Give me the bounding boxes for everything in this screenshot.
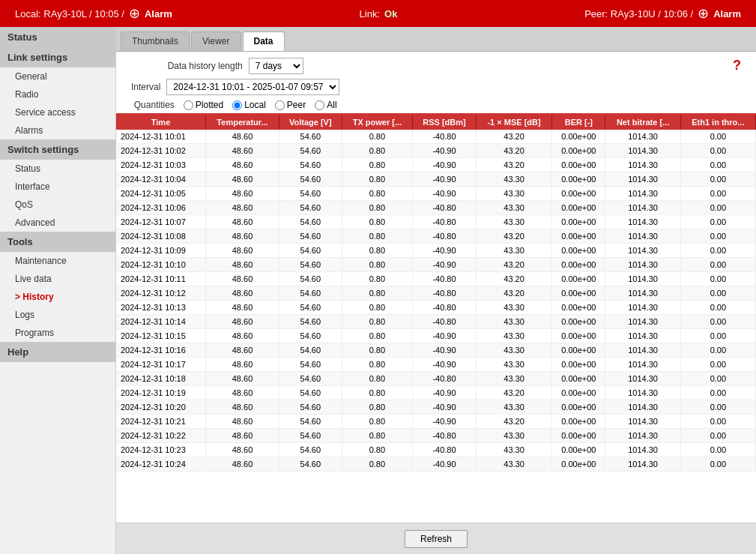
sidebar-item-service-access[interactable]: Service access [0, 103, 115, 121]
table-cell: 1014.30 [605, 343, 680, 358]
table-cell: 2024-12-31 10:07 [116, 215, 206, 229]
table-row: 2024-12-31 10:2248.6054.600.80-40.8043.3… [116, 429, 756, 443]
table-row: 2024-12-31 10:0748.6054.600.80-40.8043.3… [116, 215, 756, 229]
table-cell: 0.00e+00 [552, 386, 605, 400]
help-icon[interactable]: ? [733, 58, 741, 73]
table-cell: 0.00e+00 [552, 201, 605, 215]
table-cell: 0.80 [342, 258, 412, 272]
sidebar-link-settings-header[interactable]: Link settings [0, 47, 115, 67]
table-cell: 54.60 [279, 386, 342, 400]
sidebar-status-header[interactable]: Status [0, 27, 115, 47]
table-cell: 0.00 [680, 244, 755, 258]
sidebar-item-radio[interactable]: Radio [0, 85, 115, 103]
table-cell: 54.60 [279, 372, 342, 386]
sidebar-item-qos[interactable]: QoS [0, 196, 115, 214]
local-alarm-link[interactable]: Alarm [145, 8, 172, 19]
table-cell: 48.60 [206, 443, 279, 457]
table-cell: 48.60 [206, 315, 279, 329]
radio-local[interactable] [232, 100, 242, 110]
radio-all-label[interactable]: All [315, 100, 336, 110]
table-header-row: Time Temperatur... Voltage [V] TX power … [116, 115, 756, 130]
table-cell: -40.90 [413, 258, 477, 272]
table-cell: -40.80 [413, 130, 477, 144]
table-cell: 1014.30 [605, 244, 680, 258]
sidebar-item-interface[interactable]: Interface [0, 178, 115, 196]
peer-alarm-link[interactable]: Alarm [713, 8, 741, 19]
table-cell: 43.30 [476, 358, 551, 372]
table-cell: 48.60 [206, 400, 279, 415]
sidebar-item-switch-status[interactable]: Status [0, 160, 115, 178]
link-status[interactable]: Ok [384, 8, 397, 19]
table-cell: 54.60 [279, 144, 342, 158]
table-cell: 0.00e+00 [552, 130, 605, 144]
table-cell: 0.80 [342, 215, 412, 229]
table-row: 2024-12-31 10:1648.6054.600.80-40.9043.3… [116, 343, 756, 358]
table-cell: 0.00 [680, 130, 755, 144]
interval-row: Interval 2024-12-31 10:01 - 2025-01-07 0… [131, 79, 339, 95]
table-cell: 54.60 [279, 286, 342, 301]
sidebar-item-live-data[interactable]: Live data [0, 270, 115, 288]
table-cell: 1014.30 [605, 272, 680, 286]
table-row: 2024-12-31 10:2448.6054.600.80-40.9043.3… [116, 457, 756, 472]
sidebar-switch-settings-header[interactable]: Switch settings [0, 139, 115, 160]
table-cell: -40.80 [413, 301, 477, 315]
table-row: 2024-12-31 10:1048.6054.600.80-40.9043.2… [116, 258, 756, 272]
table-cell: 2024-12-31 10:06 [116, 201, 206, 215]
table-cell: 2024-12-31 10:12 [116, 286, 206, 301]
table-cell: 2024-12-31 10:09 [116, 244, 206, 258]
table-cell: 43.20 [476, 386, 551, 400]
table-cell: -40.80 [413, 429, 477, 443]
sidebar-tools-header[interactable]: Tools [0, 232, 115, 252]
table-cell: 43.20 [476, 415, 551, 429]
sidebar-help-header[interactable]: Help [0, 342, 115, 362]
table-cell: 2024-12-31 10:03 [116, 158, 206, 172]
radio-local-label[interactable]: Local [232, 100, 266, 110]
sidebar-item-programs[interactable]: Programs [0, 324, 115, 342]
radio-plotted-label[interactable]: Plotted [184, 100, 223, 110]
sidebar-item-history[interactable]: History [0, 288, 115, 306]
table-cell: 0.80 [342, 229, 412, 244]
sidebar-item-advanced[interactable]: Advanced [0, 214, 115, 232]
table-cell: 1014.30 [605, 358, 680, 372]
table-cell: 48.60 [206, 301, 279, 315]
table-cell: 0.80 [342, 315, 412, 329]
table-row: 2024-12-31 10:1748.6054.600.80-40.9043.3… [116, 358, 756, 372]
tab-viewer[interactable]: Viewer [191, 31, 241, 51]
col-net-bitrate: Net bitrate [... [605, 115, 680, 130]
table-cell: 2024-12-31 10:10 [116, 258, 206, 272]
refresh-button[interactable]: Refresh [405, 530, 468, 548]
table-cell: 0.00e+00 [552, 286, 605, 301]
sidebar-item-logs[interactable]: Logs [0, 306, 115, 324]
table-wrapper: Time Temperatur... Voltage [V] TX power … [116, 113, 756, 523]
sidebar-item-alarms[interactable]: Alarms [0, 121, 115, 139]
quantities-row: Quantities Plotted Local Peer [134, 100, 337, 110]
table-cell: 1014.30 [605, 144, 680, 158]
table-cell: 54.60 [279, 443, 342, 457]
table-cell: 1014.30 [605, 215, 680, 229]
history-length-label: Data history length [168, 61, 243, 71]
table-cell: 43.20 [476, 229, 551, 244]
table-cell: 43.20 [476, 158, 551, 172]
table-cell: 43.20 [476, 272, 551, 286]
table-cell: 0.00 [680, 415, 755, 429]
table-cell: 48.60 [206, 229, 279, 244]
table-cell: 48.60 [206, 272, 279, 286]
table-cell: 48.60 [206, 358, 279, 372]
col-eth1: Eth1 in thro... [680, 115, 755, 130]
history-length-select[interactable]: 1 day 3 days 5 days 7 days 14 days 30 da… [249, 58, 303, 74]
table-cell: 1014.30 [605, 187, 680, 201]
interval-select[interactable]: 2024-12-31 10:01 - 2025-01-07 09:57 [166, 79, 339, 95]
table-cell: 0.00e+00 [552, 358, 605, 372]
radio-all[interactable] [315, 100, 324, 110]
sidebar-item-maintenance[interactable]: Maintenance [0, 252, 115, 270]
table-cell: 1014.30 [605, 429, 680, 443]
table-cell: 1014.30 [605, 400, 680, 415]
tab-thumbnails[interactable]: Thumbnails [121, 31, 190, 51]
radio-plotted[interactable] [184, 100, 193, 110]
table-cell: 0.00 [680, 215, 755, 229]
radio-peer[interactable] [275, 100, 285, 110]
table-cell: 48.60 [206, 201, 279, 215]
tab-data[interactable]: Data [243, 31, 285, 51]
sidebar-item-general[interactable]: General [0, 67, 115, 85]
radio-peer-label[interactable]: Peer [275, 100, 306, 110]
